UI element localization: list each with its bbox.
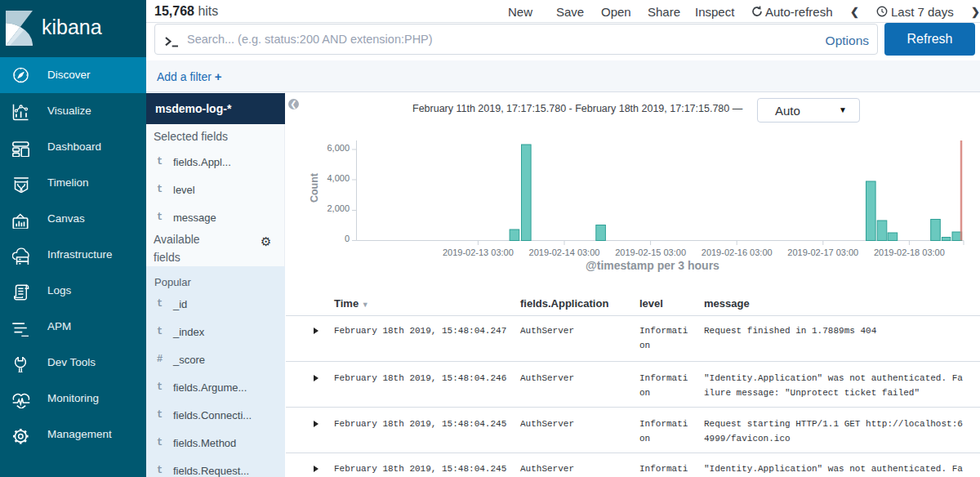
svg-text:2019-02-16 03:00: 2019-02-16 03:00	[702, 247, 773, 257]
svg-text:Count: Count	[309, 172, 320, 203]
svg-text:2019-02-15 03:00: 2019-02-15 03:00	[615, 247, 686, 257]
svg-text:4,000: 4,000	[327, 173, 350, 183]
svg-text:2019-02-13 03:00: 2019-02-13 03:00	[443, 247, 514, 257]
svg-text:6,000: 6,000	[327, 143, 350, 153]
svg-text:2019-02-18 03:00: 2019-02-18 03:00	[874, 247, 945, 257]
svg-text:@timestamp per 3 hours: @timestamp per 3 hours	[586, 259, 719, 272]
svg-text:2019-02-14 03:00: 2019-02-14 03:00	[529, 247, 600, 257]
svg-text:2019-02-17 03:00: 2019-02-17 03:00	[787, 247, 858, 257]
svg-text:2,000: 2,000	[327, 203, 350, 213]
svg-text:0: 0	[345, 234, 350, 243]
